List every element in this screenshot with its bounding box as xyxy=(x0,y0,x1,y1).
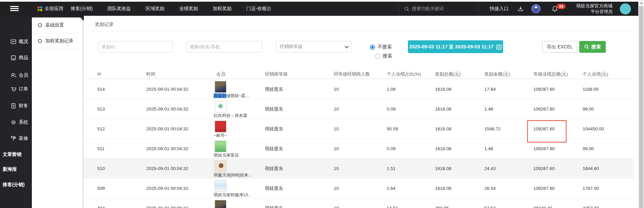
nickname-input[interactable] xyxy=(186,41,262,52)
date-range-button[interactable]: 2025-09-03 11:17 至 2025-09-03 11:17 xyxy=(408,40,503,53)
scrollbar-thumb[interactable] xyxy=(639,6,643,208)
search-icon xyxy=(404,6,409,11)
date-range-text: 2025-09-03 11:17 至 2025-09-03 11:17 xyxy=(409,44,494,50)
page-title: 奖励记录 xyxy=(95,22,114,28)
member-avatar xyxy=(215,160,226,172)
col-header-level: 经销商等级 xyxy=(265,71,288,77)
submenu-panel: 基础设置 加权奖励记录 xyxy=(32,17,83,208)
overview-icon xyxy=(10,38,17,45)
dealer-level-placeholder: 经销商等级 xyxy=(280,44,303,50)
col-header-amount: 奖励金额(元) xyxy=(484,71,510,77)
reward-id-input[interactable] xyxy=(98,41,173,52)
topbar-divider xyxy=(398,4,399,14)
hamburger-menu-icon[interactable] xyxy=(10,5,19,12)
avatar[interactable] xyxy=(620,3,631,14)
members-icon xyxy=(10,72,17,79)
sidebar-item-finance[interactable]: 财务 xyxy=(0,101,32,110)
topnav-item-tuike[interactable]: 推客(分销) xyxy=(71,6,93,12)
finance-icon xyxy=(10,102,17,109)
sidebar-item-goods[interactable]: 商品 xyxy=(0,53,32,62)
sidebar-item-system[interactable]: 系统 xyxy=(0,118,32,127)
sidebar-item-overview[interactable]: 概况 xyxy=(0,37,32,46)
radio-unselected-icon xyxy=(375,54,380,59)
shop-name: 萌娃当家官方商城 xyxy=(555,3,612,9)
sidebar-item-members[interactable]: 会员 xyxy=(0,71,32,80)
topnav-all-apps[interactable]: 全部应用 xyxy=(38,2,63,16)
member-avatar xyxy=(215,140,226,152)
table-row-highlighted[interactable]: 510 2025-09-01 00:04:32 萌趣洗涤[666]娃来... 萌… xyxy=(84,159,634,178)
col-header-total: 奖励总额(元) xyxy=(435,71,461,77)
sidebar-item-decorate[interactable]: 装修 xyxy=(0,134,32,143)
col-header-ratio: 个人业绩占比(%) xyxy=(387,71,421,77)
admin-screen: 全部应用 推客(分销) 团队奖收益 区域奖励 业绩奖励 加权奖励 门店-收银台 … xyxy=(0,0,644,208)
table-header: id 时间 会员 经销商等级 同等级经销商人数 个人业绩占比(%) 奖励总额(元… xyxy=(84,70,634,79)
apps-grid-icon xyxy=(38,6,42,11)
col-header-level-total: 等级业绩总额(元) xyxy=(533,71,568,77)
robot-visor xyxy=(534,8,538,10)
dealer-level-select[interactable]: 经销商等级 xyxy=(276,41,352,52)
search-icon xyxy=(584,44,589,49)
radio-selected-icon xyxy=(370,45,375,50)
global-search-input[interactable]: 搜索功能关键词 xyxy=(404,2,444,16)
search-button[interactable]: 搜索 xyxy=(579,41,606,53)
col-header-time: 时间 xyxy=(146,71,155,77)
member-avatar xyxy=(215,81,226,93)
scrollbar-up-arrow[interactable] xyxy=(638,0,644,6)
sidebar-item-orders[interactable]: 订单 xyxy=(0,85,32,93)
assistant-robot-icon[interactable] xyxy=(532,4,540,13)
submenu-item-basic-settings[interactable]: 基础设置 xyxy=(32,17,83,33)
member-avatar xyxy=(215,101,226,113)
user-role: 平台管理员 xyxy=(555,9,612,14)
col-header-id: id xyxy=(97,71,101,76)
radio-no-search[interactable]: 不搜索 xyxy=(370,44,392,50)
topnav: 推客(分销) 团队奖收益 区域奖励 业绩奖励 加权奖励 门店-收银台 xyxy=(71,2,271,16)
topnav-item-team-reward[interactable]: 团队奖收益 xyxy=(107,6,131,12)
orders-cart-icon xyxy=(10,86,17,92)
title-divider xyxy=(91,31,634,31)
member-avatar xyxy=(215,180,226,192)
radio-circle-icon xyxy=(38,39,42,43)
quick-entry-button[interactable]: 快捷入口 xyxy=(490,2,508,16)
radio-search[interactable]: 搜索 xyxy=(375,53,392,59)
global-search-placeholder: 搜索功能关键词 xyxy=(412,6,444,12)
chevron-down-icon xyxy=(344,44,349,48)
col-header-count: 同等级经销商人数 xyxy=(334,71,370,77)
topnav-item-weighted-reward[interactable]: 加权奖励 xyxy=(213,6,231,12)
radio-circle-icon xyxy=(38,23,42,27)
all-apps-label: 全部应用 xyxy=(45,6,63,12)
calendar-icon xyxy=(496,44,502,50)
topbar: 全部应用 推客(分销) 团队奖收益 区域奖励 业绩奖励 加权奖励 门店-收银台 … xyxy=(0,2,638,16)
sidebar: 概况 商品 会员 订单 财务 系统 装修 文章营销 新海报 xyxy=(0,16,32,208)
table-row[interactable]: 513 2025-09-01 00:04:32 红欣科技～张东霖 萌娃股东 10… xyxy=(84,99,634,119)
topnav-item-store-cashier[interactable]: 门店-收银台 xyxy=(246,6,271,12)
topnav-item-region-reward[interactable]: 区域奖励 xyxy=(146,6,164,12)
selected-text: 跟星歌 xyxy=(214,93,226,98)
table-row[interactable]: 484 2025-08-01 00:05:32 萌娃股东 10 14.51 36… xyxy=(84,198,634,208)
vertical-scrollbar[interactable] xyxy=(638,0,644,208)
table-row[interactable]: 509 2025-09-01 00:04:32 萌娃当家校服净13... 萌娃股… xyxy=(84,178,634,198)
col-header-member: 会员 xyxy=(216,71,225,77)
col-header-personal: 个人业绩(元) xyxy=(583,71,608,77)
sidebar-item-new-poster[interactable]: 新海报 xyxy=(0,165,32,174)
system-gear-icon xyxy=(10,119,17,126)
download-icon[interactable] xyxy=(517,5,525,13)
goods-icon xyxy=(10,54,17,61)
member-avatar xyxy=(215,200,226,208)
account-info[interactable]: 萌娃当家官方商城 平台管理员 xyxy=(555,3,612,14)
table-header-divider xyxy=(87,79,634,79)
paint-roller-icon xyxy=(10,135,17,142)
topnav-item-performance-reward[interactable]: 业绩奖励 xyxy=(179,6,198,12)
sidebar-item-tuike-distribution[interactable]: 推客(分销) xyxy=(0,180,32,189)
sidebar-item-article-marketing[interactable]: 文章营销 xyxy=(0,150,32,159)
submenu-item-weighted-reward-records[interactable]: 加权奖励记录 xyxy=(32,33,83,49)
export-excel-button[interactable]: 导出 EXCEL xyxy=(542,41,577,53)
annotation-red-box xyxy=(527,120,567,142)
table-row[interactable]: 514 2025-09-01 00:04:32 跟星歌做萌娃~星... 萌娃股东… xyxy=(84,79,634,99)
member-avatar xyxy=(215,121,226,132)
topbar-divider xyxy=(478,4,479,14)
